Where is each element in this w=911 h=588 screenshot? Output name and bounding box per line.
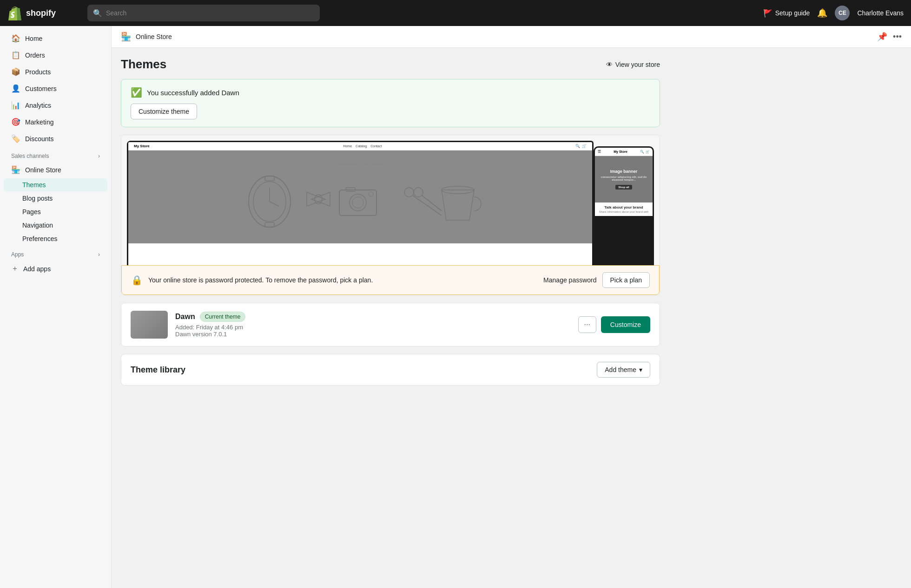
sidebar-item-products-label: Products [25, 68, 51, 76]
main-content: Themes 👁 View your store ✅ You successfu… [112, 48, 669, 395]
sidebar-item-customers-label: Customers [25, 85, 57, 92]
sidebar-item-orders[interactable]: 📋 Orders [4, 47, 107, 63]
shopify-logo-icon [7, 6, 22, 20]
mobile-store-name: My Store [614, 150, 627, 153]
sidebar-item-discounts[interactable]: 🏷️ Discounts [4, 131, 107, 147]
top-nav-right: 🚩 Setup guide 🔔 CE Charlotte Evans [763, 6, 904, 20]
pin-icon[interactable]: 📌 [877, 32, 887, 42]
page-header-title: Online Store [136, 33, 172, 40]
page-header-bar: 🏪 Online Store 📌 ••• [112, 26, 911, 48]
customize-label: Customize [610, 321, 641, 328]
theme-more-actions-button[interactable]: ··· [578, 316, 596, 333]
manage-password-button[interactable]: Manage password [543, 276, 596, 284]
setup-guide-button[interactable]: 🚩 Setup guide [763, 9, 810, 18]
manage-password-label: Manage password [543, 276, 596, 284]
logo-area[interactable]: shopify [7, 6, 82, 20]
sidebar-sub-themes-label: Themes [22, 181, 46, 189]
sidebar-item-add-apps[interactable]: ＋ Add apps [4, 260, 107, 277]
page-title: Themes [121, 57, 166, 72]
mobile-talk-title: Talk about your brand [598, 205, 650, 209]
mobile-nav-bar: ☰ My Store 🔍 🛒 [595, 148, 653, 156]
flag-icon: 🚩 [763, 9, 772, 18]
main-layout: 🏠 Home 📋 Orders 📦 Products 👤 Customers 📊… [0, 26, 911, 588]
top-navigation: shopify 🔍 🚩 Setup guide 🔔 CE Charlotte E… [0, 0, 911, 26]
success-check-icon: ✅ [131, 87, 142, 98]
view-store-label: View your store [615, 61, 660, 68]
sidebar: 🏠 Home 📋 Orders 📦 Products 👤 Customers 📊… [0, 26, 112, 588]
theme-library-section: Theme library Add theme ▾ [121, 354, 660, 385]
password-warning-text: Your online store is password protected.… [148, 276, 538, 284]
notifications-button[interactable]: 🔔 [817, 8, 827, 18]
sidebar-item-marketing[interactable]: 🎯 Marketing [4, 114, 107, 130]
preview-nav-icons: 🔍 🛒 [575, 144, 587, 148]
svg-point-15 [404, 188, 414, 197]
thumb-inner-image [131, 311, 168, 339]
preview-nav-bar: My Store Home Catalog Contact 🔍 🛒 [128, 142, 592, 150]
sidebar-item-discounts-label: Discounts [25, 135, 53, 143]
add-theme-button[interactable]: Add theme ▾ [597, 362, 650, 378]
svg-text:Welcome to our store: Welcome to our store [338, 160, 383, 165]
sidebar-sub-blog-posts-label: Blog posts [22, 195, 53, 202]
theme-name-row: Dawn Current theme [175, 312, 571, 322]
page-header-left: 🏪 Online Store [121, 32, 172, 42]
theme-added-date: Added: Friday at 4:46 pm [175, 324, 571, 331]
mobile-hero-section: Image banner consectetur adipiscing elit… [595, 156, 653, 203]
svg-line-4 [270, 202, 279, 206]
apps-expand-icon[interactable]: › [98, 251, 100, 258]
sidebar-sub-item-pages[interactable]: Pages [4, 205, 107, 218]
preview-mobile: ☰ My Store 🔍 🛒 Image banner consectetur … [594, 146, 654, 265]
search-input[interactable] [106, 9, 314, 17]
sidebar-sub-item-navigation[interactable]: Navigation [4, 219, 107, 232]
sidebar-sub-navigation-label: Navigation [22, 222, 53, 229]
preview-desktop-inner: My Store Home Catalog Contact 🔍 🛒 [127, 141, 594, 265]
pick-plan-button[interactable]: Pick a plan [602, 272, 650, 288]
expand-icon[interactable]: › [98, 153, 100, 159]
mobile-hero-text: consectetur adipiscing elit, sed do eius… [595, 176, 653, 181]
products-icon: 📦 [11, 67, 20, 76]
view-store-button[interactable]: 👁 View your store [606, 61, 660, 68]
svg-line-17 [413, 196, 442, 216]
logo-text: shopify [26, 8, 56, 18]
sidebar-item-customers[interactable]: 👤 Customers [4, 80, 107, 97]
success-message: You successfully added Dawn [147, 89, 239, 97]
sidebar-item-home[interactable]: 🏠 Home [4, 30, 107, 46]
user-name: Charlotte Evans [857, 9, 904, 17]
lock-icon: 🔒 [131, 274, 143, 286]
theme-library-title: Theme library [131, 365, 185, 375]
password-warning: 🔒 Your online store is password protecte… [121, 265, 660, 295]
mobile-talk-sub: Share information about your brand with [598, 210, 650, 213]
svg-point-9 [315, 195, 322, 204]
sidebar-sub-item-blog-posts[interactable]: Blog posts [4, 192, 107, 205]
customize-button[interactable]: Customize [601, 316, 650, 333]
theme-thumbnail [131, 311, 168, 339]
pick-plan-label: Pick a plan [610, 276, 642, 284]
theme-actions: ··· Customize [578, 316, 650, 333]
success-banner: ✅ You successfully added Dawn Customize … [121, 79, 660, 127]
preview-hero: Welcome to our store [128, 150, 592, 243]
add-icon: ＋ [11, 264, 19, 274]
header-more-icon[interactable]: ••• [893, 32, 902, 42]
customers-icon: 👤 [11, 84, 20, 93]
sidebar-item-home-label: Home [25, 35, 42, 42]
orders-icon: 📋 [11, 51, 20, 59]
sidebar-item-products[interactable]: 📦 Products [4, 64, 107, 80]
sidebar-item-online-store-label: Online Store [25, 166, 61, 174]
online-store-icon: 🏪 [11, 165, 20, 174]
svg-marker-7 [307, 192, 325, 206]
preview-desktop: My Store Home Catalog Contact 🔍 🛒 [127, 141, 594, 265]
sidebar-sub-item-themes[interactable]: Themes [4, 178, 107, 191]
page-header-actions: 📌 ••• [877, 32, 902, 42]
customize-theme-button[interactable]: Customize theme [131, 104, 197, 119]
analytics-icon: 📊 [11, 101, 20, 110]
online-store-header-icon: 🏪 [121, 32, 131, 42]
mobile-nav-icons: 🔍 🛒 [640, 150, 650, 154]
shop-all-label: Shop all [615, 185, 632, 189]
theme-preview-card: My Store Home Catalog Contact 🔍 🛒 [121, 135, 660, 295]
sidebar-sub-item-preferences[interactable]: Preferences [4, 232, 107, 245]
mobile-talk-section: Talk about your brand Share information … [595, 203, 653, 216]
preview-store-name: My Store [134, 144, 150, 148]
apps-label: Apps [11, 251, 24, 258]
sidebar-item-online-store[interactable]: 🏪 Online Store [4, 162, 107, 178]
search-bar[interactable]: 🔍 [87, 5, 320, 21]
sidebar-item-analytics[interactable]: 📊 Analytics [4, 97, 107, 113]
